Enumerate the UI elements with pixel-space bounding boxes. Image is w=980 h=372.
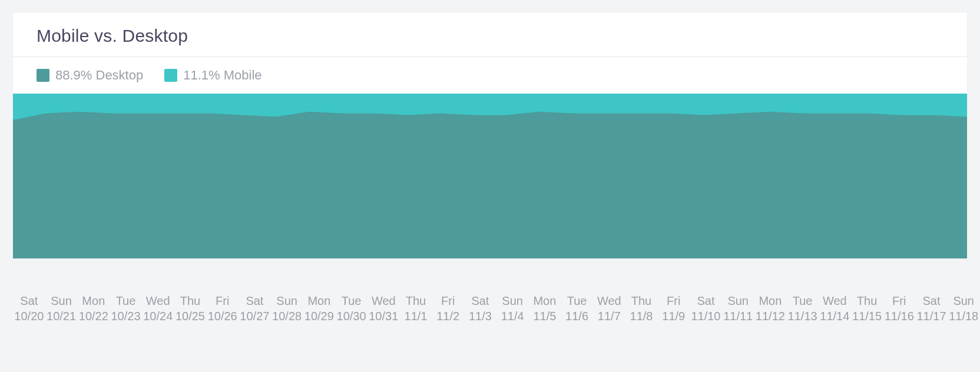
legend-label-desktop: 88.9% Desktop bbox=[55, 68, 143, 83]
x-tick: Mon10/29 bbox=[303, 293, 335, 324]
x-tick-date: 11/2 bbox=[432, 308, 464, 324]
x-tick-date: 11/14 bbox=[819, 308, 851, 324]
x-tick-date: 10/22 bbox=[77, 308, 110, 324]
x-tick-day: Sun bbox=[45, 293, 78, 308]
x-tick: Sun11/11 bbox=[722, 293, 754, 324]
x-tick-date: 11/5 bbox=[529, 308, 561, 324]
area-desktop bbox=[13, 112, 967, 258]
x-tick-day: Mon bbox=[303, 293, 335, 308]
x-tick: Thu11/1 bbox=[400, 293, 432, 324]
x-tick-day: Thu bbox=[174, 293, 207, 308]
x-tick: Wed11/7 bbox=[593, 293, 625, 324]
x-tick: Tue11/6 bbox=[561, 293, 593, 324]
x-tick-day: Thu bbox=[851, 293, 883, 308]
x-tick-date: 10/28 bbox=[271, 308, 303, 324]
x-tick-day: Sat bbox=[464, 293, 496, 308]
x-tick-day: Fri bbox=[883, 293, 915, 308]
x-tick-date: 11/11 bbox=[722, 308, 754, 324]
x-tick-day: Fri bbox=[206, 293, 239, 308]
x-tick: Mon10/22 bbox=[77, 293, 110, 324]
x-tick-date: 10/21 bbox=[45, 308, 78, 324]
x-tick: Sat10/20 bbox=[13, 293, 45, 324]
x-tick-day: Sat bbox=[13, 293, 45, 308]
x-tick-day: Tue bbox=[561, 293, 593, 308]
x-tick: Fri11/16 bbox=[883, 293, 915, 324]
legend-item-mobile[interactable]: 11.1% Mobile bbox=[164, 68, 261, 83]
x-tick: Wed10/24 bbox=[142, 293, 174, 324]
area-chart bbox=[13, 94, 967, 258]
x-tick: Thu10/25 bbox=[174, 293, 207, 324]
x-tick-day: Tue bbox=[786, 293, 819, 308]
x-tick-date: 10/27 bbox=[239, 308, 271, 324]
x-tick: Sun11/18 bbox=[948, 293, 980, 324]
x-tick: Tue10/23 bbox=[110, 293, 142, 324]
x-tick-date: 11/13 bbox=[786, 308, 819, 324]
x-tick-day: Wed bbox=[142, 293, 174, 308]
x-tick-day: Sun bbox=[948, 293, 980, 308]
x-tick-day: Thu bbox=[400, 293, 432, 308]
x-tick-day: Wed bbox=[819, 293, 851, 308]
x-tick-date: 10/29 bbox=[303, 308, 335, 324]
x-tick-date: 11/12 bbox=[754, 308, 787, 324]
x-tick-day: Mon bbox=[77, 293, 110, 308]
x-tick-date: 10/24 bbox=[142, 308, 174, 324]
x-tick: Sat11/10 bbox=[690, 293, 722, 324]
x-tick: Sat11/3 bbox=[464, 293, 496, 324]
x-tick: Tue10/30 bbox=[335, 293, 368, 324]
x-tick: Fri11/9 bbox=[657, 293, 690, 324]
x-tick-date: 11/4 bbox=[496, 308, 529, 324]
x-tick-date: 10/30 bbox=[335, 308, 368, 324]
x-tick-day: Sat bbox=[239, 293, 271, 308]
card-header: Mobile vs. Desktop bbox=[13, 13, 967, 57]
x-tick: Mon11/5 bbox=[529, 293, 561, 324]
x-tick-day: Mon bbox=[529, 293, 561, 308]
x-tick: Mon11/12 bbox=[754, 293, 787, 324]
x-tick-day: Sat bbox=[690, 293, 722, 308]
legend-swatch-mobile bbox=[164, 69, 177, 82]
x-tick-date: 10/31 bbox=[368, 308, 400, 324]
x-tick: Thu11/15 bbox=[851, 293, 883, 324]
x-tick-date: 10/25 bbox=[174, 308, 207, 324]
x-tick-day: Fri bbox=[657, 293, 690, 308]
x-tick-date: 11/16 bbox=[883, 308, 915, 324]
legend: 88.9% Desktop 11.1% Mobile bbox=[13, 57, 967, 94]
x-axis: Sat10/20Sun10/21Mon10/22Tue10/23Wed10/24… bbox=[13, 293, 980, 324]
x-tick-day: Sun bbox=[271, 293, 303, 308]
x-tick: Wed10/31 bbox=[368, 293, 400, 324]
x-tick-day: Tue bbox=[335, 293, 368, 308]
x-tick-date: 11/6 bbox=[561, 308, 593, 324]
chart-title: Mobile vs. Desktop bbox=[37, 26, 943, 46]
x-tick-date: 11/10 bbox=[690, 308, 722, 324]
x-tick-day: Sat bbox=[915, 293, 948, 308]
x-tick: Sun11/4 bbox=[496, 293, 529, 324]
x-tick-day: Mon bbox=[754, 293, 787, 308]
x-tick: Fri11/2 bbox=[432, 293, 464, 324]
legend-swatch-desktop bbox=[37, 69, 49, 82]
x-tick-day: Thu bbox=[625, 293, 658, 308]
x-tick: Sat11/17 bbox=[915, 293, 948, 324]
x-tick-date: 11/3 bbox=[464, 308, 496, 324]
x-tick-day: Fri bbox=[432, 293, 464, 308]
x-tick-date: 11/8 bbox=[625, 308, 658, 324]
x-tick: Sun10/28 bbox=[271, 293, 303, 324]
x-tick: Thu11/8 bbox=[625, 293, 658, 324]
x-tick-date: 10/26 bbox=[206, 308, 239, 324]
x-tick: Sat10/27 bbox=[239, 293, 271, 324]
x-tick-day: Wed bbox=[368, 293, 400, 308]
x-tick-date: 11/1 bbox=[400, 308, 432, 324]
x-tick: Wed11/14 bbox=[819, 293, 851, 324]
x-tick-date: 11/17 bbox=[915, 308, 948, 324]
x-tick: Tue11/13 bbox=[786, 293, 819, 324]
x-tick-date: 10/23 bbox=[110, 308, 142, 324]
x-tick: Fri10/26 bbox=[206, 293, 239, 324]
x-tick-day: Wed bbox=[593, 293, 625, 308]
x-tick-date: 10/20 bbox=[13, 308, 45, 324]
legend-item-desktop[interactable]: 88.9% Desktop bbox=[37, 68, 143, 83]
x-tick-date: 11/7 bbox=[593, 308, 625, 324]
x-tick: Sun10/21 bbox=[45, 293, 78, 324]
x-tick-date: 11/18 bbox=[948, 308, 980, 324]
chart-card: Mobile vs. Desktop 88.9% Desktop 11.1% M… bbox=[13, 13, 967, 258]
x-tick-date: 11/9 bbox=[657, 308, 690, 324]
x-tick-date: 11/15 bbox=[851, 308, 883, 324]
x-tick-day: Sun bbox=[722, 293, 754, 308]
